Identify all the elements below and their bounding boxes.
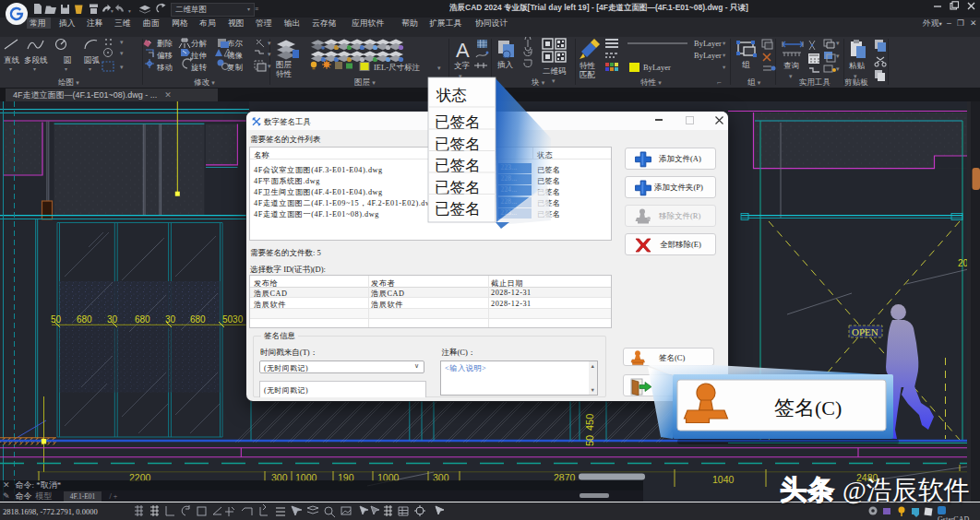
- svg-text:直线: 直线: [4, 55, 20, 65]
- svg-text:已签名: 已签名: [435, 157, 481, 174]
- svg-text:▾: ▾: [723, 40, 726, 46]
- svg-text:▾: ▾: [111, 8, 114, 14]
- svg-text:圆弧: 圆弧: [84, 55, 101, 65]
- svg-text:▾: ▾: [128, 8, 131, 14]
- svg-text:旋转: 旋转: [191, 63, 208, 72]
- svg-text:5030: 5030: [222, 314, 244, 325]
- svg-text:▾: ▾: [836, 40, 840, 47]
- svg-text:▾: ▾: [836, 65, 840, 73]
- svg-text:分解: 分解: [191, 39, 208, 48]
- svg-text:680: 680: [77, 314, 92, 325]
- svg-text:1040: 1040: [712, 474, 735, 485]
- svg-text:布尔: 布尔: [227, 39, 244, 48]
- svg-text:▾: ▾: [65, 66, 67, 72]
- svg-text:▾: ▾: [789, 73, 793, 80]
- svg-text:680: 680: [135, 314, 150, 325]
- svg-text:镜像: 镜像: [226, 51, 244, 60]
- svg-text:▾: ▾: [120, 39, 124, 46]
- svg-text:删除: 删除: [157, 39, 173, 48]
- svg-text:▾: ▾: [268, 63, 271, 70]
- svg-text:查询: 查询: [783, 61, 799, 70]
- svg-text:拉伸: 拉伸: [190, 51, 207, 60]
- svg-text:450: 450: [584, 414, 595, 431]
- svg-text:▾: ▾: [9, 66, 12, 72]
- svg-text:20: 20: [958, 258, 969, 268]
- svg-text:OPEN: OPEN: [852, 326, 878, 337]
- svg-text:文字: 文字: [454, 61, 471, 70]
- svg-text:▾: ▾: [836, 53, 840, 60]
- svg-text:已签名: 已签名: [435, 113, 481, 131]
- svg-text:特性: 特性: [276, 69, 293, 78]
- svg-text:粘贴: 粘贴: [849, 61, 866, 70]
- svg-text:▾: ▾: [268, 40, 271, 47]
- svg-text:▾: ▾: [33, 66, 36, 72]
- svg-text:插入: 插入: [496, 60, 514, 69]
- svg-text:已签名: 已签名: [435, 200, 481, 218]
- svg-text:移动: 移动: [156, 63, 173, 72]
- svg-text:匹配: 匹配: [580, 70, 596, 79]
- svg-text:多段线: 多段线: [24, 55, 48, 65]
- svg-text:图层: 图层: [276, 60, 293, 69]
- svg-text:680: 680: [190, 314, 206, 325]
- svg-text:▾: ▾: [120, 64, 124, 71]
- svg-text:圆: 圆: [64, 55, 72, 65]
- svg-text:A: A: [456, 39, 470, 62]
- svg-text:已签名: 已签名: [435, 179, 481, 196]
- svg-text:组: 组: [742, 60, 750, 69]
- svg-text:▾: ▾: [268, 51, 271, 58]
- svg-text:IEL-尺寸标注: IEL-尺寸标注: [374, 63, 421, 72]
- svg-text:ByLayer: ByLayer: [643, 63, 671, 72]
- svg-text:▾: ▾: [89, 66, 91, 72]
- svg-text:签名(C): 签名(C): [774, 396, 842, 420]
- svg-text:50: 50: [584, 435, 595, 446]
- svg-text:ByLayer: ByLayer: [694, 39, 722, 48]
- svg-text:▾: ▾: [723, 64, 726, 70]
- svg-text:复制: 复制: [227, 63, 244, 72]
- svg-text:▾: ▾: [437, 65, 441, 72]
- svg-text:▾: ▾: [723, 52, 726, 58]
- svg-text:▾: ▾: [120, 50, 124, 57]
- svg-text:状态: 状态: [436, 87, 467, 104]
- svg-text:偏移: 偏移: [157, 51, 173, 60]
- svg-text:ByLayer: ByLayer: [694, 51, 722, 60]
- svg-text:特性: 特性: [580, 61, 596, 70]
- svg-text:▾: ▾: [854, 73, 857, 80]
- svg-text:二维码: 二维码: [543, 66, 567, 76]
- svg-text:已签名: 已签名: [435, 136, 481, 153]
